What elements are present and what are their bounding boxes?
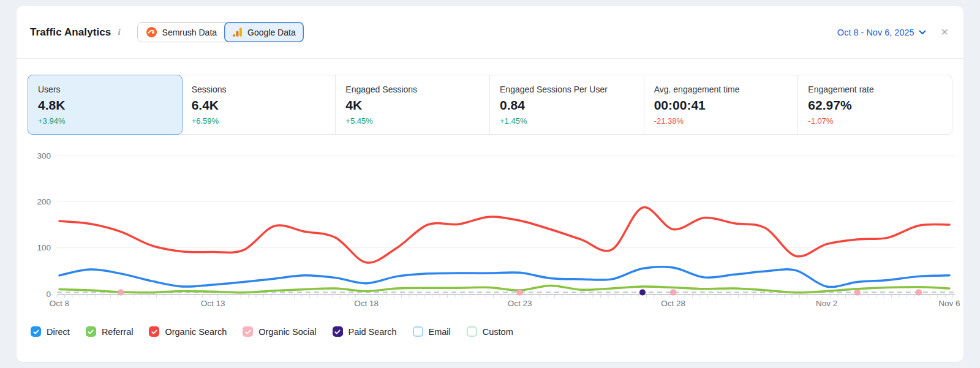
metric-label: Avg. engagement time — [654, 84, 788, 95]
x-axis-tick-label: Oct 18 — [354, 299, 379, 308]
close-button[interactable]: ✕ — [940, 26, 950, 39]
metric-card-avg-engagement-time[interactable]: Avg. engagement time 00:00:41 -21.38% — [644, 75, 799, 134]
legend-item-custom[interactable]: Custom — [467, 326, 513, 337]
metric-label: Engagement rate — [808, 84, 942, 95]
metric-delta: +6.59% — [192, 116, 326, 127]
metric-value: 6.4K — [192, 97, 326, 113]
traffic-line-chart[interactable]: 0100200300Oct 8Oct 13Oct 18Oct 23Oct 28N… — [17, 145, 963, 318]
checked-checkbox-icon[interactable] — [243, 326, 253, 337]
metric-delta: -1.07% — [808, 116, 942, 127]
x-axis-tick-label: Nov 2 — [816, 299, 837, 308]
legend-item-organic-search[interactable]: Organic Search — [149, 326, 227, 337]
zero-marker-organic-social[interactable] — [854, 290, 861, 296]
metric-cards-row: Users 4.8K +3.94% Sessions 6.4K +6.59% E… — [28, 75, 952, 135]
series-line-organic-search[interactable] — [59, 208, 949, 263]
zero-marker-organic-social[interactable] — [517, 290, 523, 296]
metric-card-sessions[interactable]: Sessions 6.4K +6.59% — [182, 75, 336, 134]
metric-delta: +5.45% — [345, 116, 480, 127]
legend-item-paid-search[interactable]: Paid Search — [333, 326, 397, 337]
traffic-analytics-widget: Traffic Analytics i Semrush Data Google … — [17, 6, 963, 362]
checked-checkbox-icon[interactable] — [333, 326, 343, 337]
y-axis-tick-label: 100 — [37, 243, 51, 252]
legend-item-organic-social[interactable]: Organic Social — [243, 326, 316, 337]
metric-delta: +1.45% — [500, 116, 634, 127]
checked-checkbox-icon[interactable] — [149, 326, 159, 337]
metric-label: Engaged Sessions Per User — [500, 84, 634, 95]
date-range-label: Oct 8 - Nov 6, 2025 — [837, 28, 914, 37]
x-axis-tick-label: Oct 13 — [201, 299, 225, 308]
checked-checkbox-icon[interactable] — [86, 326, 96, 337]
page-title: Traffic Analytics — [30, 26, 111, 39]
date-range-picker[interactable]: Oct 8 - Nov 6, 2025 — [837, 28, 926, 37]
metric-value: 00:00:41 — [654, 97, 788, 113]
info-icon[interactable]: i — [118, 27, 120, 37]
legend-item-referral[interactable]: Referral — [86, 326, 134, 337]
y-axis-tick-label: 300 — [37, 151, 51, 160]
legend-label: Organic Search — [165, 327, 227, 337]
metric-delta: -21.38% — [654, 116, 788, 127]
zero-marker-paid-search[interactable] — [639, 290, 646, 296]
metric-card-users[interactable]: Users 4.8K +3.94% — [28, 75, 183, 135]
semrush-logo-icon — [146, 26, 157, 38]
metric-value: 4K — [345, 97, 480, 113]
zero-marker-organic-social[interactable] — [916, 290, 922, 296]
legend-label: Organic Social — [258, 327, 316, 337]
metric-card-engaged-sessions-per-user[interactable]: Engaged Sessions Per User 0.84 +1.45% — [490, 75, 644, 134]
legend-label: Paid Search — [349, 327, 397, 337]
x-axis-tick-label: Nov 6 — [938, 299, 960, 308]
zero-marker-organic-social[interactable] — [118, 290, 124, 296]
semrush-data-label: Semrush Data — [162, 28, 217, 37]
y-axis-tick-label: 200 — [37, 197, 51, 206]
legend-label: Email — [429, 327, 451, 337]
close-icon: ✕ — [941, 27, 949, 37]
metric-value: 62.97% — [808, 97, 942, 113]
x-axis-tick-label: Oct 8 — [50, 299, 69, 308]
legend-label: Direct — [47, 327, 70, 337]
legend-label: Referral — [102, 327, 134, 337]
metric-value: 0.84 — [500, 97, 634, 113]
unchecked-checkbox-icon[interactable] — [413, 326, 423, 337]
metric-label: Sessions — [192, 84, 326, 95]
y-axis-tick-label: 0 — [46, 290, 51, 299]
checked-checkbox-icon[interactable] — [31, 326, 41, 337]
unchecked-checkbox-icon[interactable] — [467, 326, 477, 337]
legend-item-email[interactable]: Email — [413, 326, 451, 337]
data-source-toggle: Semrush Data Google Data — [137, 22, 304, 42]
x-axis-tick-label: Oct 28 — [661, 299, 685, 308]
metric-card-engagement-rate[interactable]: Engagement rate 62.97% -1.07% — [798, 75, 952, 134]
metric-label: Users — [38, 84, 172, 95]
widget-header: Traffic Analytics i Semrush Data Google … — [17, 6, 963, 59]
metric-label: Engaged Sessions — [345, 84, 480, 95]
metric-value: 4.8K — [38, 97, 172, 113]
x-axis-tick-label: Oct 23 — [508, 299, 532, 308]
metric-delta: +3.94% — [38, 116, 172, 127]
chart-legend: DirectReferralOrganic SearchOrganic Soci… — [17, 326, 963, 337]
chevron-down-icon — [919, 30, 926, 35]
legend-item-direct[interactable]: Direct — [31, 326, 70, 337]
google-analytics-icon — [232, 27, 243, 37]
google-data-label: Google Data — [247, 28, 296, 37]
zero-marker-organic-social[interactable] — [670, 290, 676, 296]
legend-label: Custom — [483, 327, 513, 337]
series-line-direct[interactable] — [59, 267, 949, 287]
metric-card-engaged-sessions[interactable]: Engaged Sessions 4K +5.45% — [336, 75, 490, 134]
google-data-button[interactable]: Google Data — [224, 22, 304, 42]
semrush-data-button[interactable]: Semrush Data — [138, 23, 225, 42]
